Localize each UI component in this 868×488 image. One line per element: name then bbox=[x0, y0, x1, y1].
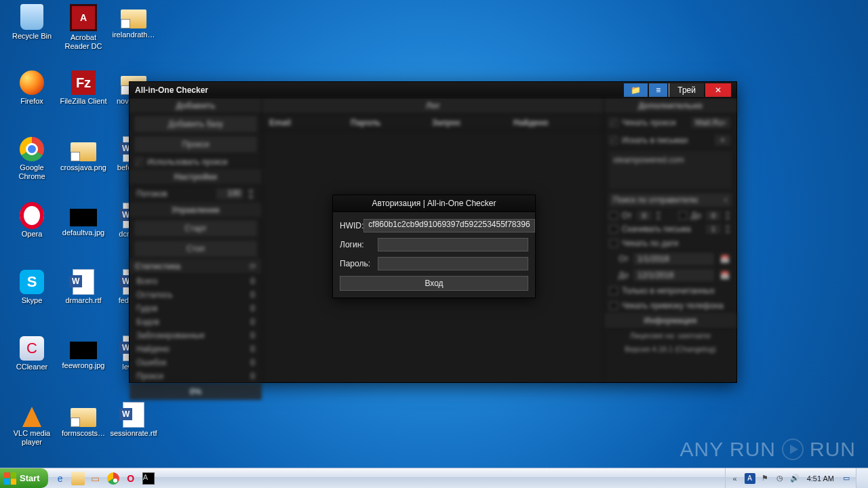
plus-button[interactable]: + bbox=[714, 134, 731, 146]
search-mail-row[interactable]: ✓Искать в письмах + bbox=[604, 131, 736, 149]
icon-chrome[interactable]: Google Chrome bbox=[7, 137, 57, 180]
hwid-label: HWID: bbox=[340, 221, 363, 230]
add-base-button[interactable]: Добавить базу bbox=[134, 115, 258, 133]
calendar-icon[interactable]: 📅 bbox=[719, 253, 731, 265]
icon-defaultva[interactable]: defaultva.jpg bbox=[58, 203, 108, 237]
spin-down-icon[interactable]: ▼ bbox=[247, 194, 255, 200]
titlebar-folder-button[interactable]: 📁 bbox=[624, 83, 648, 97]
check-proxy-row[interactable]: ✓Чекать прокси Mail.Ru▾ bbox=[604, 114, 736, 131]
icon-acrobat[interactable]: AAcrobat Reader DC bbox=[58, 4, 108, 50]
license-line1: Лицензия на: username bbox=[604, 329, 736, 342]
checkbox-icon: ✓ bbox=[135, 158, 143, 166]
clock[interactable]: 4:51 AM bbox=[804, 474, 837, 483]
folder-icon bbox=[121, 9, 146, 28]
phone-row[interactable]: Чекать привязку телефона bbox=[604, 298, 736, 313]
spin-down-icon[interactable]: ▼ bbox=[724, 216, 731, 221]
checkbox-icon[interactable] bbox=[679, 211, 687, 220]
icon-feewrong[interactable]: feewrong.jpg bbox=[58, 336, 108, 370]
threads-value[interactable]: 100 bbox=[216, 188, 244, 200]
stat-all: Всего0 bbox=[130, 274, 262, 288]
aio-taskbar-icon[interactable]: A bbox=[142, 472, 155, 485]
check-date-row[interactable]: Чекать по дате bbox=[604, 236, 736, 251]
icon-label: formscosts… bbox=[58, 429, 108, 438]
login-input[interactable] bbox=[378, 238, 528, 251]
notes-icon[interactable]: ▭ bbox=[89, 472, 102, 485]
date-to-input[interactable]: 12/1/2018 bbox=[633, 268, 715, 282]
flag-icon[interactable]: ⚑ bbox=[760, 473, 770, 484]
window-title: All-in-One Checker bbox=[135, 85, 623, 95]
icon-recycle-bin[interactable]: Recycle Bin bbox=[7, 4, 57, 41]
chrome-icon bbox=[20, 137, 44, 161]
modal-title: Авторизация | All-in-One Checker bbox=[333, 195, 535, 212]
spin-up-icon[interactable]: ▲ bbox=[724, 210, 731, 216]
col-found: Найдено bbox=[513, 118, 581, 127]
icon-filezilla[interactable]: FzFileZilla Client bbox=[58, 70, 108, 106]
spin-down-icon[interactable]: ▼ bbox=[724, 229, 731, 235]
volume-icon[interactable]: 🔊 bbox=[789, 473, 800, 484]
mailru-combo[interactable]: Mail.Ru bbox=[695, 118, 723, 127]
spin-up-icon[interactable]: ▲ bbox=[724, 224, 731, 229]
search-sender-combo[interactable]: Поиск по отправителю▾ bbox=[608, 192, 732, 207]
network-icon[interactable]: ◷ bbox=[774, 473, 785, 484]
stop-button[interactable]: Стоп bbox=[134, 240, 258, 258]
icon-vlc[interactable]: VLC media player bbox=[7, 403, 57, 446]
icon-label: FileZilla Client bbox=[58, 97, 108, 106]
titlebar-menu-button[interactable]: ≡ bbox=[649, 83, 667, 97]
col-pass: Пароль bbox=[351, 118, 432, 127]
icon-irelandrath[interactable]: irelandrath… bbox=[108, 4, 159, 39]
titlebar-tray-button[interactable]: Трей bbox=[669, 83, 704, 97]
license-line2[interactable]: Версия 4.18.1 (Changelog) bbox=[604, 342, 736, 356]
titlebar-close-button[interactable]: ✕ bbox=[705, 83, 731, 97]
icon-sessionrate[interactable]: sessionrate.rtf bbox=[108, 403, 159, 438]
ie-icon[interactable]: e bbox=[54, 472, 67, 485]
date-from-input[interactable]: 1/1/2018 bbox=[633, 252, 715, 266]
word-icon bbox=[73, 270, 94, 294]
chrome-taskbar-icon[interactable] bbox=[106, 472, 120, 485]
opera-taskbar-icon[interactable]: O bbox=[124, 472, 138, 485]
icon-opera[interactable]: Opera bbox=[7, 203, 57, 239]
section-add: Добавить bbox=[130, 98, 262, 114]
stat-found: Найдено0 bbox=[130, 342, 262, 356]
icon-formscosts[interactable]: formscosts… bbox=[58, 403, 108, 438]
monitor-icon[interactable]: ▭ bbox=[841, 473, 852, 484]
section-info: Информация bbox=[604, 313, 736, 329]
titlebar[interactable]: All-in-One Checker 📁 ≡ Трей ✕ bbox=[130, 82, 736, 98]
icon-drmarch[interactable]: drmarch.rtf bbox=[58, 270, 108, 305]
icon-ccleaner[interactable]: CCCleaner bbox=[7, 336, 57, 371]
spin-down-icon[interactable]: ▼ bbox=[655, 216, 662, 221]
language-indicator[interactable]: A bbox=[745, 473, 755, 484]
refresh-icon[interactable]: ⟳ bbox=[250, 262, 256, 271]
threads-label: Потоков bbox=[136, 189, 167, 199]
hwid-input[interactable]: cf860b1c2cb9d91069397d592253455f78396 bbox=[363, 219, 534, 232]
spin-up-icon[interactable]: ▲ bbox=[655, 210, 662, 216]
calendar-icon[interactable]: 📅 bbox=[719, 269, 731, 281]
icon-crossjava[interactable]: crossjava.png bbox=[58, 137, 108, 172]
proxy-button[interactable]: Прокси bbox=[134, 136, 258, 153]
start-button[interactable]: Start bbox=[0, 468, 48, 488]
start-button[interactable]: Старт bbox=[134, 220, 258, 237]
icon-skype[interactable]: SSkype bbox=[7, 270, 57, 305]
from-spinner[interactable]: 0▲▼ bbox=[636, 210, 662, 221]
domains-box[interactable]: steampowered.com bbox=[608, 150, 732, 190]
password-input[interactable] bbox=[378, 257, 528, 270]
left-panel: Добавить Добавить базу Прокси ✓Использов… bbox=[130, 98, 262, 382]
date-to-row: До12/1/2018📅 bbox=[604, 267, 736, 283]
checkbox-icon bbox=[610, 239, 618, 247]
to-spinner[interactable]: 0▲▼ bbox=[705, 210, 731, 221]
checkbox-icon bbox=[610, 302, 618, 310]
download-row[interactable]: Скачивать письма 1▲▼ bbox=[604, 222, 736, 236]
spin-up-icon[interactable]: ▲ bbox=[247, 188, 255, 194]
right-panel: Дополнительно ✓Чекать прокси Mail.Ru▾ ✓И… bbox=[604, 98, 736, 382]
checkbox-icon[interactable] bbox=[610, 211, 618, 220]
explorer-icon[interactable] bbox=[71, 472, 85, 485]
tray-expand-icon[interactable]: « bbox=[730, 473, 741, 484]
threads-spinner[interactable]: 100 ▲▼ bbox=[216, 188, 255, 200]
show-desktop-button[interactable] bbox=[856, 468, 868, 488]
download-spinner[interactable]: 1▲▼ bbox=[705, 224, 731, 235]
use-proxy-row[interactable]: ✓Использовать прокси bbox=[130, 155, 262, 169]
enter-button[interactable]: Вход bbox=[340, 276, 528, 291]
unread-row[interactable]: Только в непрочитанных bbox=[604, 283, 736, 298]
icon-firefox[interactable]: Firefox bbox=[7, 70, 57, 106]
acrobat-icon: A bbox=[70, 4, 97, 31]
icon-label: sessionrate.rtf bbox=[108, 429, 159, 438]
